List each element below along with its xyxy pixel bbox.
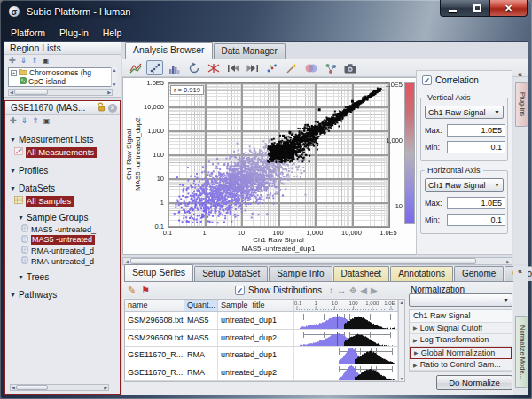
distribution-histogram-canvas xyxy=(294,347,395,364)
title-bar[interactable]: σ Subio Platform - Human ✕ xyxy=(0,0,532,25)
expand-vertical-icon[interactable]: ↕ xyxy=(329,286,333,295)
normalization-step-ratio-to-control-sam[interactable]: ▶Ratio to Control Sam... xyxy=(410,359,512,372)
tree-node-pathways[interactable]: ▼Pathways xyxy=(10,290,120,300)
triangle-collapse-icon: ▼ xyxy=(10,185,16,192)
region-list-vscrollbar[interactable]: ▲▼ xyxy=(111,67,117,87)
move-up-icon[interactable]: ⇑ xyxy=(32,117,39,125)
tree-node-all-measurements[interactable]: All Measurements xyxy=(14,146,120,158)
table-row-gse11670r[interactable]: GSE11670_R...RMAuntreated_dup1 xyxy=(125,347,404,364)
series-tree: ▼Measurement ListsAll Measurements▼Profi… xyxy=(5,135,120,300)
normalize-mode-side-tab[interactable]: Normalize Mode... xyxy=(515,316,528,388)
tab-analysis-browser[interactable]: Analysis Browser xyxy=(125,42,213,59)
maximize-button[interactable] xyxy=(466,0,490,17)
tree-node-trees[interactable]: ▼Trees xyxy=(18,272,120,282)
table-row-gse11670r[interactable]: GSE11670_R...RMAuntreated_dup2 xyxy=(125,364,404,382)
collapse-normmode-button[interactable]: « xyxy=(518,267,522,276)
y-tick-label: 1.0E5 xyxy=(125,79,164,87)
table-vscrollbar[interactable]: ▲▼ xyxy=(398,300,404,381)
region-list-item[interactable]: +Chromosomes (hg xyxy=(9,68,112,77)
add-icon[interactable]: ✚ xyxy=(10,117,17,125)
region-list-hscrollbar[interactable]: ◀ ▶ xyxy=(8,89,113,96)
vertical-signal-dropdown[interactable]: Ch1 Raw Signal ▼ xyxy=(425,106,504,119)
normalization-dropdown[interactable]: ------------------- ▼ xyxy=(409,293,512,307)
table-row-gsm296608txt[interactable]: GSM296608.txtMAS5untreated_dup1 xyxy=(125,312,404,330)
do-normalize-button[interactable]: Do Normalize xyxy=(436,375,512,390)
expand-icon[interactable]: + xyxy=(11,70,17,76)
move-all-icon[interactable]: ✥ xyxy=(349,286,356,295)
correlation-checkbox[interactable]: ✓ xyxy=(422,75,432,85)
prev-icon[interactable]: ◀ xyxy=(360,286,367,295)
histogram-tool-button[interactable] xyxy=(166,60,183,75)
horizontal-min-input[interactable]: 0.1 xyxy=(447,214,505,226)
tree-node-profiles[interactable]: ▼Profiles xyxy=(10,166,120,176)
tab-sample-info[interactable]: Sample Info xyxy=(269,266,332,281)
series-tree-hscrollbar[interactable]: ◀ ▶ xyxy=(10,384,109,391)
magic-wand-tool-button[interactable] xyxy=(283,60,300,75)
menu-item-plugin[interactable]: Plug-in xyxy=(52,26,96,40)
tab-annotations[interactable]: Annotations xyxy=(390,266,453,281)
tree-node-all-samples[interactable]: All Samples xyxy=(14,195,120,207)
edit-pencil-icon[interactable]: ✎ xyxy=(128,285,136,296)
tree-node-datasets[interactable]: ▼DataSets xyxy=(10,184,120,193)
horizontal-signal-dropdown[interactable]: Ch1 Raw Signal ▼ xyxy=(425,178,504,192)
move-up-icon[interactable]: ⇑ xyxy=(31,57,38,65)
step-forward-tool-button[interactable] xyxy=(244,60,261,75)
horizontal-max-input[interactable]: 1.0E5 xyxy=(447,197,505,209)
panel-icon[interactable]: ▣ xyxy=(43,117,51,125)
tab-genome[interactable]: Genome xyxy=(454,266,504,281)
tree-node-rma-untreated-d[interactable]: RMA-untreated_d xyxy=(21,246,120,255)
table-row-gsm296609txt[interactable]: GSM296609.txtMAS5untreated_dup2 xyxy=(125,330,404,348)
normalization-step-global-normalization[interactable]: ▶Global Normalization xyxy=(410,347,512,359)
parallel-coordinates-tool-button[interactable] xyxy=(205,60,222,75)
pathway-tool-button[interactable] xyxy=(322,60,339,75)
collapse-plugins-button[interactable]: « xyxy=(518,70,522,79)
line-chart-tool-button[interactable] xyxy=(127,60,144,75)
tree-node-sample-groups[interactable]: ▼Sample Groups xyxy=(18,213,120,223)
next-icon[interactable]: ▶ xyxy=(371,286,378,295)
close-button[interactable]: ✕ xyxy=(490,0,528,17)
tab-datasheet[interactable]: Datasheet xyxy=(333,266,390,281)
rotation-tool-button[interactable] xyxy=(185,60,202,75)
step-backward-tool-button[interactable] xyxy=(224,60,241,75)
tab-setup-dataset[interactable]: Setup DataSet xyxy=(194,266,268,281)
normalization-step-ch1-raw-signal[interactable]: Ch1 Raw Signal xyxy=(410,310,512,323)
column-header-name[interactable]: name xyxy=(125,300,184,311)
scatter-plot-canvas[interactable] xyxy=(168,82,390,228)
triangle-right-icon: ▶ xyxy=(413,337,418,343)
tree-node-mas5-untreated[interactable]: MAS5 -untreated_ xyxy=(21,224,120,234)
menu-item-platform[interactable]: Platform xyxy=(4,26,52,40)
tab-setup-series[interactable]: Setup Series xyxy=(124,264,193,281)
cell-quantification: MAS5 xyxy=(184,312,218,329)
column-header-distribution[interactable] xyxy=(294,300,398,311)
close-panel-icon[interactable]: ✕ xyxy=(108,104,117,113)
scatter-plot-tool-button[interactable] xyxy=(146,60,163,75)
vertical-min-input[interactable]: 0.1 xyxy=(447,141,505,153)
menu-item-help[interactable]: Help xyxy=(96,26,129,40)
tree-node-mas5-untreated[interactable]: MAS5 -untreated xyxy=(21,235,120,245)
tree-node-rma-untreated-d[interactable]: RMA-untreated_d xyxy=(21,256,120,266)
region-list[interactable]: +Chromosomes (hgCpG island xyxy=(8,67,113,87)
normalization-step-low-signal-cutoff[interactable]: ▶Low Signal Cutoff xyxy=(410,323,512,335)
show-distributions-checkbox[interactable]: ✓ xyxy=(235,286,245,295)
add-icon[interactable]: ✚ xyxy=(9,57,16,65)
minimize-button[interactable] xyxy=(440,0,466,17)
move-down-icon[interactable]: ⇓ xyxy=(21,117,28,125)
normalization-step-log-transformation[interactable]: ▶Log Transformation xyxy=(410,334,512,347)
flag-icon[interactable]: ⚑ xyxy=(141,285,150,296)
region-list-item[interactable]: CpG island xyxy=(9,77,112,86)
app-icon[interactable]: σ xyxy=(8,5,20,18)
panel-icon[interactable]: ▣ xyxy=(43,57,50,65)
venn-tool-button[interactable] xyxy=(302,60,319,75)
move-down-icon[interactable]: ⇓ xyxy=(20,57,27,65)
tree-node-measurement-lists[interactable]: ▼Measurement Lists xyxy=(10,135,120,145)
column-header-quant[interactable]: Quant... xyxy=(184,300,218,311)
column-header-sampletitle[interactable]: Sample_title xyxy=(218,300,294,311)
plugins-side-tab[interactable]: Plug-ins xyxy=(515,82,528,127)
camera-tool-button[interactable] xyxy=(341,60,358,75)
vertical-max-input[interactable]: 1.0E5 xyxy=(447,124,505,137)
scatter-color-tool-button[interactable] xyxy=(263,60,280,75)
unlock-icon[interactable] xyxy=(97,102,106,113)
tab-data-manager[interactable]: Data Manager xyxy=(214,43,286,59)
expand-horizontal-icon[interactable]: ↔ xyxy=(337,286,346,295)
series-panel-toolbar: ✚⇓⇑▣ xyxy=(5,115,120,127)
